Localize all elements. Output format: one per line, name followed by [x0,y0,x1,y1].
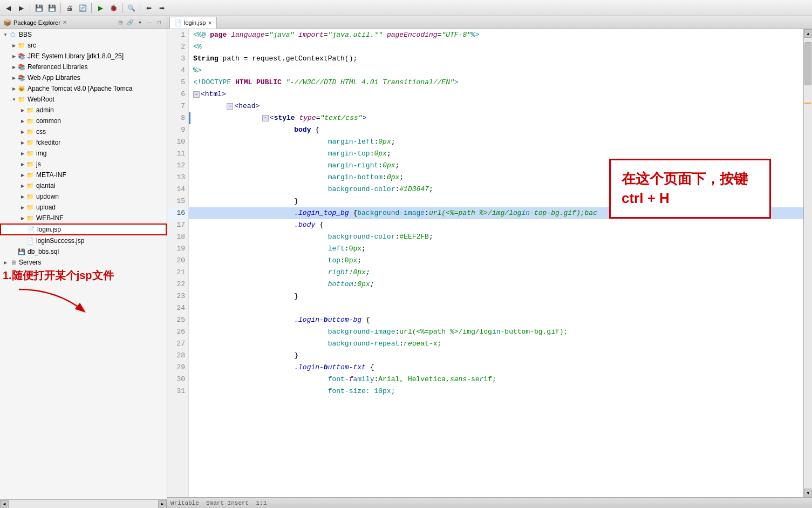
icon-common: 📁 [26,117,35,125]
code-line-23: } [189,290,803,302]
arrow-bbs: ▼ [2,31,9,38]
toolbar-forward[interactable]: ➡ [156,2,168,14]
tree-item-metainf[interactable]: ▶ 📁 META-INF [0,170,167,180]
tree-item-admin[interactable]: ▶ 📁 admin [0,105,167,116]
tree-item-tomcat[interactable]: ▶ 🐱 Apache Tomcat v8.0 [Apache Tomca [0,83,167,94]
ln-23: 23 [167,290,188,302]
ln-21: 21 [167,267,188,279]
tree-item-common[interactable]: ▶ 📁 common [0,116,167,126]
tree-item-qiantai[interactable]: ▶ 📁 qiantai [0,180,167,191]
code-line-24 [189,302,803,314]
tree-item-js[interactable]: ▶ 📁 js [0,159,167,170]
tree-item-fckeditor[interactable]: ▶ 📁 fckeditor [0,137,167,148]
toolbar-print[interactable]: 🖨 [64,2,76,14]
tree-item-css[interactable]: ▶ 📁 css [0,126,167,137]
vscroll-marker-1 [804,103,811,104]
icon-dbsql: 💾 [17,247,26,256]
label-upload: upload [36,204,56,211]
tree-item-img[interactable]: ▶ 📁 img [0,148,167,159]
vscroll-thumb[interactable] [804,42,811,85]
icon-jre: 📚 [17,52,26,60]
tree-item-upload[interactable]: ▶ 📁 upload [0,202,167,213]
tree-item-webinf[interactable]: ▶ 📁 WEB-INF [0,213,167,223]
code-line-27: background-repeat : re peat-x; [189,338,803,350]
tree-item-reflib[interactable]: ▶ 📚 Referenced Libraries [0,62,167,72]
label-common: common [36,117,61,125]
toolbar-refresh[interactable]: 🔄 [77,2,88,14]
toolbar-btn-1[interactable]: ◀ [2,2,14,14]
toolbar-btn-2[interactable]: ▶ [15,2,27,14]
hscroll-track[interactable] [9,500,158,509]
label-metainf: META-INF [36,171,66,179]
ln-6: 6 [167,89,188,100]
label-admin: admin [36,106,54,114]
ln-12: 12 [167,160,188,172]
tab-close-x: ✕ [208,20,212,26]
arrow-loginsuccess [19,238,26,244]
fold-icon-head[interactable]: − [227,103,233,110]
tree-item-dbsql[interactable]: 💾 db_bbs.sql [0,246,167,257]
tree-item-webapp[interactable]: ▶ 📚 Web App Libraries [0,72,167,83]
ln-11: 11 [167,148,188,160]
code-line-30: font- f amily : Arial, Helvetica, sans -… [189,374,803,385]
toolbar-back[interactable]: ⬅ [143,2,155,14]
icon-reflib: 📚 [17,63,26,71]
toolbar-save-all[interactable]: 💾 [46,2,58,14]
tree-item-servers[interactable]: ▶ 🖥 Servers [0,257,167,268]
label-tomcat: Apache Tomcat v8.0 [Apache Tomca [28,85,132,92]
toolbar-search[interactable]: 🔍 [125,2,137,14]
panel-header: 📦 Package Explorer ✕ ⊟ 🔗 ▾ — □ [0,16,167,29]
vscroll-up[interactable]: ▲ [804,29,812,38]
panel-maximize-icon[interactable]: □ [155,18,163,27]
sep-5 [140,3,140,13]
icon-tomcat: 🐱 [17,84,26,93]
code-line-22: bottom : 0px ; [189,279,803,290]
tab-loginjsp[interactable]: 📄 login.jsp ✕ [169,17,217,29]
sep-2 [60,3,61,13]
ln-10: 10 [167,136,188,148]
link-editor-icon[interactable]: 🔗 [126,18,134,27]
sep-3 [91,3,92,13]
tree-item-jre[interactable]: ▶ 📚 JRE System Library [jdk1.8.0_25] [0,51,167,62]
icon-webroot: 📁 [17,95,26,104]
tree-item-loginjsp[interactable]: 📄 login.jsp [0,223,167,235]
label-dbsql: db_bbs.sql [28,248,59,255]
arrow-loginjsp [21,226,27,233]
code-1-kw1: page [210,29,227,41]
code-line-21: right : 0px ; [189,267,803,279]
tree-item-bbs[interactable]: ▼ ⬡ BBS [0,29,167,40]
toolbar-debug[interactable]: 🐞 [107,2,119,14]
label-servers: Servers [19,259,41,266]
icon-bbs: ⬡ [9,30,17,39]
fold-icon-style[interactable]: − [262,115,269,121]
code-content[interactable]: <%@ page language = "java" import = "jav… [189,29,803,497]
icon-qiantai: 📁 [26,181,35,190]
toolbar-run[interactable]: ▶ [94,2,106,14]
ln-15: 15 [167,195,188,207]
tree-item-loginsuccessjsp[interactable]: 📄 loginSuccess.jsp [0,235,167,246]
left-hscroll: ◀ ▶ [0,499,167,508]
code-line-29: .login- b uttom-txt { [189,362,803,374]
annotation-box: 在这个页面下，按键 ctrl + H [609,159,771,219]
tree-item-webroot[interactable]: ▼ 📁 WebRoot [0,94,167,105]
vscroll-track[interactable] [804,38,812,489]
toolbar-save[interactable]: 💾 [33,2,45,14]
arrow-jre: ▶ [11,53,17,59]
hscroll-left[interactable]: ◀ [0,500,9,509]
ln-16: 16 [167,207,188,219]
label-webinf: WEB-INF [36,214,64,222]
sep-4 [122,3,122,13]
code-1-val1: "java" [269,29,294,41]
panel-minimize-icon[interactable]: — [145,18,154,27]
vscroll-down[interactable]: ▼ [804,489,812,497]
tree-item-src[interactable]: ▶ 📁 src [0,40,167,51]
arrow-common: ▶ [19,118,26,124]
hscroll-right[interactable]: ▶ [158,500,167,509]
panel-title: Package Explorer [13,19,60,26]
fold-icon-html[interactable]: − [193,91,200,98]
status-text: Writable Smart Insert 1:1 [170,500,267,506]
ln-13: 13 [167,172,188,184]
panel-menu-icon[interactable]: ▾ [135,18,144,27]
collapse-all-icon[interactable]: ⊟ [116,18,125,27]
tree-item-updown[interactable]: ▶ 📁 updown [0,191,167,202]
